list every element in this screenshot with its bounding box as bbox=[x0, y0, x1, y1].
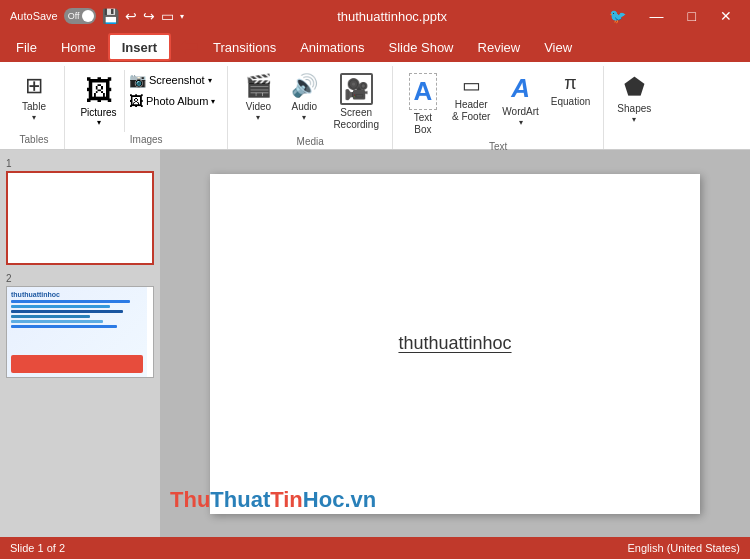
shapes-dropdown-icon: ▾ bbox=[632, 115, 636, 124]
slide-1-thumbnail[interactable] bbox=[6, 171, 154, 265]
maximize-btn[interactable]: □ bbox=[680, 8, 704, 24]
audio-button[interactable]: 🔊 Audio ▾ bbox=[282, 70, 326, 125]
pictures-label: Pictures bbox=[80, 107, 116, 118]
slide-2-lines bbox=[11, 300, 143, 328]
header-footer-button[interactable]: ▭ Header& Footer bbox=[447, 70, 495, 126]
menu-insert[interactable]: Insert ⬅ bbox=[108, 33, 171, 61]
screen-recording-button[interactable]: 🎥 ScreenRecording bbox=[328, 70, 384, 134]
photo-album-label: Photo Album bbox=[146, 95, 208, 107]
slide-canvas[interactable]: thuthuattinhoc bbox=[210, 174, 700, 514]
table-label: Table bbox=[22, 101, 46, 113]
menu-bar: File Home Insert ⬅ Transitions Animation… bbox=[0, 32, 750, 62]
video-dropdown-icon: ▾ bbox=[256, 113, 260, 122]
screenshot-dropdown-icon: ▾ bbox=[208, 76, 212, 85]
title-bar: AutoSave Off 💾 ↩ ↪ ▭ ▾ thuthuattinhoc.pp… bbox=[0, 0, 750, 32]
tables-group-label: Tables bbox=[20, 132, 49, 145]
menu-view[interactable]: View bbox=[532, 33, 584, 61]
autosave-toggle[interactable]: Off bbox=[64, 8, 96, 24]
slide-thumb-1[interactable]: 1 bbox=[6, 158, 154, 265]
shapes-label: Shapes bbox=[617, 103, 651, 115]
shapes-button[interactable]: ⬟ Shapes ▾ bbox=[612, 70, 656, 127]
slide-2-number: 2 bbox=[6, 273, 154, 284]
canvas-text: thuthuattinhoc bbox=[398, 333, 511, 354]
menu-file[interactable]: File bbox=[4, 33, 49, 61]
ribbon-group-images: 🖼 Pictures ▾ 📷 Screenshot ▾ 🖼 Photo Albu… bbox=[65, 66, 228, 149]
document-title: thuthuattinhoc.pptx bbox=[337, 9, 447, 24]
wordart-label: WordArt bbox=[502, 106, 539, 118]
video-label: Video bbox=[246, 101, 271, 113]
insert-arrow-indicator: ⬅ bbox=[179, 34, 197, 60]
menu-home[interactable]: Home bbox=[49, 33, 108, 61]
qa-dropdown-icon[interactable]: ▾ bbox=[180, 12, 184, 21]
ribbon-group-illustrations: ⬟ Shapes ▾ bbox=[604, 66, 664, 149]
header-footer-icon: ▭ bbox=[462, 73, 481, 97]
window-controls: 🐦 — □ ✕ bbox=[601, 8, 740, 24]
slide-line-2 bbox=[11, 305, 110, 308]
undo-icon[interactable]: ↩ bbox=[125, 8, 137, 24]
title-bar-left: AutoSave Off 💾 ↩ ↪ ▭ ▾ bbox=[10, 8, 184, 24]
close-btn[interactable]: ✕ bbox=[712, 8, 740, 24]
menu-slideshow[interactable]: Slide Show bbox=[376, 33, 465, 61]
illustrations-items: ⬟ Shapes ▾ bbox=[612, 66, 656, 143]
video-button[interactable]: 🎬 Video ▾ bbox=[236, 70, 280, 125]
watermark-thuat: Thuat bbox=[210, 487, 270, 512]
images-items: 🖼 Pictures ▾ 📷 Screenshot ▾ 🖼 Photo Albu… bbox=[73, 66, 219, 132]
slide-2-title: thuthuattinhoc bbox=[11, 291, 143, 298]
equation-button[interactable]: π Equation bbox=[546, 70, 595, 111]
slide-1-number: 1 bbox=[6, 158, 154, 169]
menu-review[interactable]: Review bbox=[466, 33, 533, 61]
customize-icon[interactable]: ▭ bbox=[161, 8, 174, 24]
toggle-knob bbox=[82, 10, 94, 22]
status-slide-count: Slide 1 of 2 bbox=[10, 542, 65, 554]
table-button[interactable]: ⊞ Table ▾ bbox=[12, 70, 56, 125]
audio-label: Audio bbox=[292, 101, 318, 113]
text-items: A TextBox ▭ Header& Footer A WordArt ▾ π… bbox=[401, 66, 595, 139]
watermark-vn: .vn bbox=[344, 487, 376, 512]
slide-panel: 1 2 thuthuattinhoc bbox=[0, 150, 160, 537]
wordart-button[interactable]: A WordArt ▾ bbox=[497, 70, 544, 130]
images-group-label: Images bbox=[130, 132, 163, 145]
menu-transitions[interactable]: Transitions bbox=[201, 33, 288, 61]
ribbon-group-media: 🎬 Video ▾ 🔊 Audio ▾ 🎥 ScreenRecording Me… bbox=[228, 66, 393, 149]
screenshot-button[interactable]: 📷 Screenshot ▾ bbox=[125, 70, 219, 90]
table-icon: ⊞ bbox=[25, 73, 43, 99]
header-footer-label: Header& Footer bbox=[452, 99, 490, 123]
slide-2-bottom-bar bbox=[11, 355, 143, 373]
images-stack: 📷 Screenshot ▾ 🖼 Photo Album ▾ bbox=[125, 70, 219, 132]
slide-1-inner bbox=[8, 173, 148, 263]
autosave-label: AutoSave bbox=[10, 10, 58, 22]
slide-2-thumbnail[interactable]: thuthuattinhoc bbox=[6, 286, 154, 378]
text-box-button[interactable]: A TextBox bbox=[401, 70, 445, 139]
pictures-dropdown-icon: ▾ bbox=[97, 118, 101, 127]
slide-line-5 bbox=[11, 320, 103, 323]
slide-2-content: thuthuattinhoc bbox=[7, 287, 147, 377]
minimize-btn2[interactable]: — bbox=[642, 8, 672, 24]
video-icon: 🎬 bbox=[245, 73, 272, 99]
slide-line-1 bbox=[11, 300, 130, 303]
slide-line-6 bbox=[11, 325, 117, 328]
slide-line-3 bbox=[11, 310, 123, 313]
save-icon[interactable]: 💾 bbox=[102, 8, 119, 24]
toggle-off-label: Off bbox=[68, 11, 80, 21]
screenshot-icon: 📷 bbox=[129, 72, 146, 88]
photo-album-button[interactable]: 🖼 Photo Album ▾ bbox=[125, 91, 219, 111]
wordart-icon: A bbox=[511, 73, 530, 104]
redo-icon[interactable]: ↪ bbox=[143, 8, 155, 24]
minimize-button[interactable]: 🐦 bbox=[601, 8, 634, 24]
status-language: English (United States) bbox=[628, 542, 741, 554]
wordart-dropdown-icon: ▾ bbox=[519, 118, 523, 127]
text-box-icon: A bbox=[409, 73, 438, 110]
main-area: 1 2 thuthuattinhoc bbox=[0, 150, 750, 537]
ribbon: ⊞ Table ▾ Tables 🖼 Pictures ▾ 📷 Screensh… bbox=[0, 62, 750, 150]
shapes-icon: ⬟ bbox=[624, 73, 645, 101]
watermark-tin: Tin bbox=[270, 487, 303, 512]
canvas-area: thuthuattinhoc bbox=[160, 150, 750, 537]
slide-2-inner: thuthuattinhoc bbox=[7, 287, 147, 377]
watermark-hoc: Hoc bbox=[303, 487, 345, 512]
photo-album-dropdown-icon: ▾ bbox=[211, 97, 215, 106]
slide-line-4 bbox=[11, 315, 90, 318]
slide-thumb-2[interactable]: 2 thuthuattinhoc bbox=[6, 273, 154, 378]
media-group-label: Media bbox=[297, 134, 324, 147]
menu-animations[interactable]: Animations bbox=[288, 33, 376, 61]
pictures-button[interactable]: 🖼 Pictures ▾ bbox=[73, 70, 125, 132]
